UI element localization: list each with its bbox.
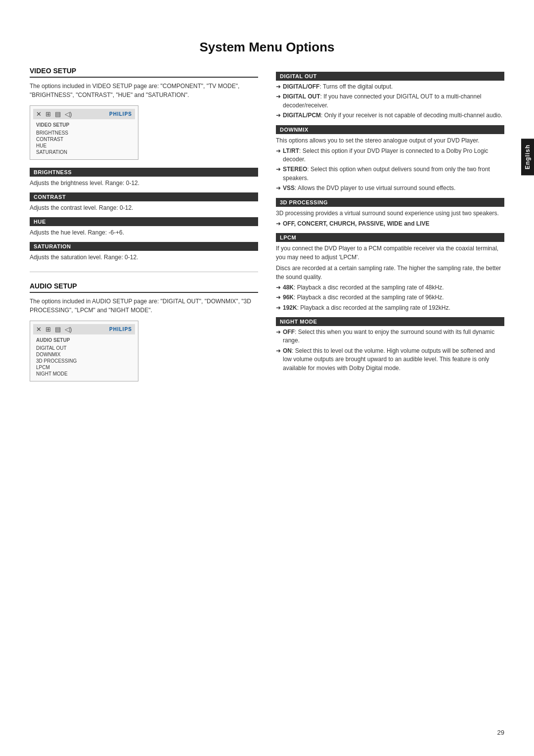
downmix-header: DOWNMIX	[276, 125, 504, 134]
digital-out-text-3: DIGITAL/PCM: Only if your receiver is no…	[283, 111, 502, 120]
audio-menu-icon-grid: ⊞	[45, 326, 51, 333]
digital-out-text-1: DIGITAL/OFF: Turns off the digital outpu…	[283, 83, 393, 91]
lpcm-text-1: 48K: Playback a disc recorded at the sam…	[283, 284, 444, 292]
arrow-1: ➜	[276, 83, 281, 91]
downmix-text-2: STEREO: Select this option when output d…	[283, 165, 504, 183]
brightness-section: BRIGHTNESS Adjusts the brightness level.…	[30, 168, 258, 188]
page-number: 29	[497, 729, 504, 736]
saturation-header: SATURATION	[30, 242, 258, 251]
audio-menu-item-3d: 3D PROCESSING	[36, 358, 132, 364]
english-tab: English	[521, 139, 534, 175]
processing-3d-item: ➜ OFF, CONCERT, CHURCH, PASSIVE, WIDE an…	[276, 220, 504, 228]
menu-section-label-video: VIDEO SETUP	[33, 121, 135, 129]
menu-item-contrast: CONTRAST	[36, 136, 132, 142]
video-menu-items: BRIGHTNESS CONTRAST HUE SATURATION	[33, 129, 135, 156]
lpcm-intro2: Discs are recorded at a certain sampling…	[276, 264, 504, 282]
digital-out-section: DIGITAL OUT ➜ DIGITAL/OFF: Turns off the…	[276, 72, 504, 120]
audio-menu-item-digital-out: DIGITAL OUT	[36, 345, 132, 351]
menu-box-header: ✕ ⊞ ▤ ◁) PHILIPS	[33, 109, 135, 119]
saturation-section: SATURATION Adjusts the saturation level.…	[30, 242, 258, 262]
contrast-header: CONTRAST	[30, 192, 258, 201]
contrast-section: CONTRAST Adjusts the contrast level. Ran…	[30, 192, 258, 212]
lpcm-header: LPCM	[276, 233, 504, 242]
audio-menu-item-lpcm: LPCM	[36, 364, 132, 371]
audio-menu-item-night: NIGHT MODE	[36, 371, 132, 377]
arrow-2: ➜	[276, 93, 281, 101]
video-setup-menu-box: ✕ ⊞ ▤ ◁) PHILIPS VIDEO SETUP BRIGHTNESS …	[30, 105, 138, 160]
lpcm-item-3: ➜ 192K: Playback a disc recorded at the …	[276, 304, 504, 312]
lpcm-arrow-2: ➜	[276, 293, 281, 302]
audio-menu-items: DIGITAL OUT DOWNMIX 3D PROCESSING LPCM N…	[33, 344, 135, 378]
audio-menu-item-downmix: DOWNMIX	[36, 351, 132, 358]
menu-item-brightness: BRIGHTNESS	[36, 130, 132, 136]
processing-3d-section: 3D PROCESSING 3D processing provides a v…	[276, 198, 504, 228]
hue-header: HUE	[30, 217, 258, 226]
audio-menu-icon-row: ✕ ⊞ ▤ ◁)	[36, 326, 72, 333]
video-setup-title: VIDEO SETUP	[30, 67, 258, 78]
hue-body: Adjusts the hue level. Range: -6-+6.	[30, 228, 258, 237]
menu-icon-film: ▤	[55, 110, 61, 118]
downmix-item-1: ➜ LT/RT: Select this option if your DVD …	[276, 147, 504, 164]
section-divider	[30, 272, 258, 272]
brightness-header: BRIGHTNESS	[30, 168, 258, 177]
lpcm-text-3: 192K: Playback a disc recorded at the sa…	[283, 304, 450, 312]
downmix-text-1: LT/RT: Select this option if your DVD Pl…	[283, 147, 504, 164]
menu-icon-speaker: ◁)	[65, 110, 72, 118]
audio-menu-icon-x: ✕	[36, 326, 42, 333]
digital-out-body: ➜ DIGITAL/OFF: Turns off the digital out…	[276, 83, 504, 120]
menu-icon-grid: ⊞	[45, 110, 51, 118]
processing-3d-body: 3D processing provides a virtual surroun…	[276, 209, 504, 228]
lpcm-section: LPCM If you connect the DVD Player to a …	[276, 233, 504, 312]
video-setup-section: VIDEO SETUP The options included in VIDE…	[30, 67, 258, 262]
lpcm-item-2: ➜ 96K: Playback a disc recorded at the s…	[276, 293, 504, 302]
menu-section-label-audio: AUDIO SETUP	[33, 336, 135, 344]
audio-setup-section: AUDIO SETUP The options included in AUDI…	[30, 282, 258, 381]
digital-out-header: DIGITAL OUT	[276, 72, 504, 81]
night-mode-text-1: OFF: Select this when you want to enjoy …	[283, 328, 504, 345]
downmix-body: This options allows you to set the stere…	[276, 136, 504, 193]
digital-out-item-1: ➜ DIGITAL/OFF: Turns off the digital out…	[276, 83, 504, 91]
audio-menu-icon-speaker: ◁)	[65, 326, 72, 333]
lpcm-body: If you connect the DVD Player to a PCM c…	[276, 244, 504, 312]
processing-3d-text: OFF, CONCERT, CHURCH, PASSIVE, WIDE and …	[283, 220, 429, 228]
night-mode-header: NIGHT MODE	[276, 317, 504, 326]
right-column: DIGITAL OUT ➜ DIGITAL/OFF: Turns off the…	[276, 67, 504, 389]
downmix-arrow-2: ➜	[276, 165, 281, 174]
audio-setup-menu-box: ✕ ⊞ ▤ ◁) PHILIPS AUDIO SETUP DIGITAL OUT…	[30, 321, 138, 381]
lpcm-item-1: ➜ 48K: Playback a disc recorded at the s…	[276, 284, 504, 292]
night-mode-item-1: ➜ OFF: Select this when you want to enjo…	[276, 328, 504, 345]
digital-out-item-2: ➜ DIGITAL OUT: If you have connected you…	[276, 93, 504, 110]
contrast-body: Adjusts the contrast level. Range: 0-12.	[30, 203, 258, 212]
downmix-item-3: ➜ VSS: Allows the DVD player to use virt…	[276, 184, 504, 192]
digital-out-item-3: ➜ DIGITAL/PCM: Only if your receiver is …	[276, 111, 504, 120]
video-setup-intro: The options included in VIDEO SETUP page…	[30, 82, 258, 99]
lpcm-arrow-3: ➜	[276, 304, 281, 312]
lpcm-intro1: If you connect the DVD Player to a PCM c…	[276, 244, 504, 262]
audio-menu-box-header: ✕ ⊞ ▤ ◁) PHILIPS	[33, 324, 135, 334]
night-mode-text-2: ON: Select this to level out the volume.…	[283, 347, 504, 373]
menu-icon-row: ✕ ⊞ ▤ ◁)	[36, 110, 72, 118]
processing-3d-intro: 3D processing provides a virtual surroun…	[276, 209, 504, 218]
audio-setup-intro: The options included in AUDIO SETUP page…	[30, 297, 258, 315]
hue-section: HUE Adjusts the hue level. Range: -6-+6.	[30, 217, 258, 237]
philips-brand: PHILIPS	[109, 111, 132, 117]
night-mode-arrow-1: ➜	[276, 328, 281, 336]
menu-icon-x: ✕	[36, 110, 42, 118]
saturation-body: Adjusts the saturation level. Range: 0-1…	[30, 253, 258, 262]
lpcm-arrow-1: ➜	[276, 284, 281, 292]
downmix-arrow-1: ➜	[276, 147, 281, 155]
night-mode-section: NIGHT MODE ➜ OFF: Select this when you w…	[276, 317, 504, 373]
digital-out-text-2: DIGITAL OUT: If you have connected your …	[283, 93, 504, 110]
downmix-section: DOWNMIX This options allows you to set t…	[276, 125, 504, 193]
page-title: System Menu Options	[30, 40, 504, 55]
night-mode-item-2: ➜ ON: Select this to level out the volum…	[276, 347, 504, 373]
processing-3d-header: 3D PROCESSING	[276, 198, 504, 207]
menu-item-saturation: SATURATION	[36, 149, 132, 155]
downmix-intro: This options allows you to set the stere…	[276, 136, 504, 145]
downmix-text-3: VSS: Allows the DVD player to use virtua…	[283, 184, 455, 192]
audio-philips-brand: PHILIPS	[109, 327, 132, 332]
audio-setup-title: AUDIO SETUP	[30, 282, 258, 293]
processing-3d-arrow: ➜	[276, 220, 281, 228]
downmix-item-2: ➜ STEREO: Select this option when output…	[276, 165, 504, 183]
night-mode-body: ➜ OFF: Select this when you want to enjo…	[276, 328, 504, 373]
